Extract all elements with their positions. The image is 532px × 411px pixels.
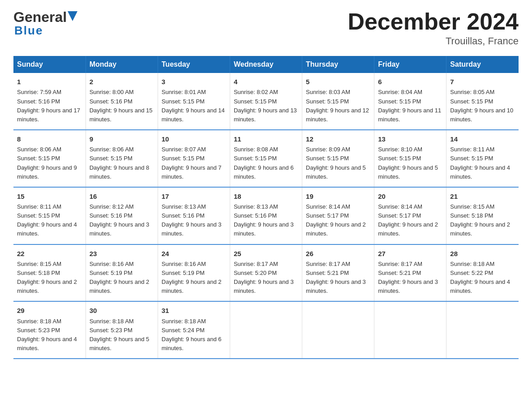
title-area: December 2024 Trouillas, France: [348, 9, 519, 47]
day-info: Sunrise: 8:02 AMSunset: 5:15 PMDaylight:…: [234, 88, 298, 124]
col-wednesday: Wednesday: [230, 56, 302, 73]
col-thursday: Thursday: [302, 56, 374, 73]
calendar-header-row: Sunday Monday Tuesday Wednesday Thursday…: [13, 56, 519, 73]
calendar-cell: 3Sunrise: 8:01 AMSunset: 5:15 PMDaylight…: [158, 73, 230, 130]
day-number: 8: [17, 134, 82, 144]
day-number: 26: [306, 248, 370, 259]
calendar-week-row: 1Sunrise: 7:59 AMSunset: 5:16 PMDaylight…: [13, 73, 519, 130]
day-number: 18: [234, 191, 298, 201]
calendar-cell: 24Sunrise: 8:16 AMSunset: 5:19 PMDayligh…: [158, 244, 230, 302]
calendar-cell: 6Sunrise: 8:04 AMSunset: 5:15 PMDaylight…: [374, 73, 446, 130]
day-info: Sunrise: 8:14 AMSunset: 5:17 PMDaylight:…: [378, 202, 442, 239]
calendar-week-row: 22Sunrise: 8:15 AMSunset: 5:18 PMDayligh…: [13, 244, 519, 302]
location-text: Trouillas, France: [348, 35, 519, 47]
calendar-cell: [302, 301, 374, 359]
page-header: General Blue December 2024 Trouillas, Fr…: [13, 9, 519, 47]
day-number: 19: [306, 191, 370, 201]
calendar-cell: 8Sunrise: 8:06 AMSunset: 5:15 PMDaylight…: [13, 130, 86, 187]
day-number: 28: [450, 248, 515, 259]
day-number: 12: [306, 134, 370, 144]
calendar-week-row: 8Sunrise: 8:06 AMSunset: 5:15 PMDaylight…: [13, 130, 519, 187]
calendar-cell: 27Sunrise: 8:17 AMSunset: 5:21 PMDayligh…: [374, 244, 446, 302]
day-number: 2: [90, 77, 154, 87]
day-info: Sunrise: 8:18 AMSunset: 5:22 PMDaylight:…: [450, 260, 515, 296]
day-info: Sunrise: 8:07 AMSunset: 5:15 PMDaylight:…: [162, 145, 226, 181]
day-info: Sunrise: 8:11 AMSunset: 5:15 PMDaylight:…: [450, 145, 515, 181]
calendar-cell: 17Sunrise: 8:13 AMSunset: 5:16 PMDayligh…: [158, 187, 230, 244]
day-info: Sunrise: 8:16 AMSunset: 5:19 PMDaylight:…: [162, 260, 226, 296]
calendar-cell: 16Sunrise: 8:12 AMSunset: 5:16 PMDayligh…: [86, 187, 158, 244]
col-tuesday: Tuesday: [158, 56, 230, 73]
day-info: Sunrise: 8:18 AMSunset: 5:23 PMDaylight:…: [90, 317, 154, 353]
day-number: 23: [90, 248, 154, 259]
day-info: Sunrise: 8:13 AMSunset: 5:16 PMDaylight:…: [162, 202, 226, 239]
day-number: 9: [90, 134, 154, 144]
calendar-cell: 7Sunrise: 8:05 AMSunset: 5:15 PMDaylight…: [446, 73, 519, 130]
calendar-week-row: 29Sunrise: 8:18 AMSunset: 5:23 PMDayligh…: [13, 301, 519, 359]
calendar-cell: 22Sunrise: 8:15 AMSunset: 5:18 PMDayligh…: [13, 244, 86, 302]
calendar-cell: 31Sunrise: 8:18 AMSunset: 5:24 PMDayligh…: [158, 301, 230, 359]
day-number: 15: [17, 191, 82, 201]
calendar-cell: 25Sunrise: 8:17 AMSunset: 5:20 PMDayligh…: [230, 244, 302, 302]
calendar-cell: 18Sunrise: 8:13 AMSunset: 5:16 PMDayligh…: [230, 187, 302, 244]
day-number: 14: [450, 134, 515, 144]
logo-general-text: General: [13, 9, 67, 26]
day-number: 22: [17, 248, 82, 259]
logo-blue-text: Blue: [14, 24, 43, 37]
day-info: Sunrise: 7:59 AMSunset: 5:16 PMDaylight:…: [17, 88, 82, 124]
day-info: Sunrise: 8:10 AMSunset: 5:15 PMDaylight:…: [378, 145, 442, 181]
calendar-cell: 11Sunrise: 8:08 AMSunset: 5:15 PMDayligh…: [230, 130, 302, 187]
calendar-week-row: 15Sunrise: 8:11 AMSunset: 5:15 PMDayligh…: [13, 187, 519, 244]
day-number: 6: [378, 77, 442, 87]
day-info: Sunrise: 8:11 AMSunset: 5:15 PMDaylight:…: [17, 202, 82, 239]
col-friday: Friday: [374, 56, 446, 73]
day-number: 3: [162, 77, 226, 87]
day-number: 7: [450, 77, 515, 87]
calendar-cell: 21Sunrise: 8:15 AMSunset: 5:18 PMDayligh…: [446, 187, 519, 244]
calendar-cell: 1Sunrise: 7:59 AMSunset: 5:16 PMDaylight…: [13, 73, 86, 130]
day-info: Sunrise: 8:13 AMSunset: 5:16 PMDaylight:…: [234, 202, 298, 239]
calendar-cell: 2Sunrise: 8:00 AMSunset: 5:16 PMDaylight…: [86, 73, 158, 130]
day-info: Sunrise: 8:01 AMSunset: 5:15 PMDaylight:…: [162, 88, 226, 124]
calendar-cell: 12Sunrise: 8:09 AMSunset: 5:15 PMDayligh…: [302, 130, 374, 187]
day-info: Sunrise: 8:06 AMSunset: 5:15 PMDaylight:…: [17, 145, 82, 181]
calendar-cell: 30Sunrise: 8:18 AMSunset: 5:23 PMDayligh…: [86, 301, 158, 359]
calendar-cell: 29Sunrise: 8:18 AMSunset: 5:23 PMDayligh…: [13, 301, 86, 359]
logo: General Blue: [13, 9, 77, 38]
calendar-cell: 28Sunrise: 8:18 AMSunset: 5:22 PMDayligh…: [446, 244, 519, 302]
calendar-cell: [230, 301, 302, 359]
logo-triangle-icon: [68, 11, 77, 21]
day-number: 31: [162, 305, 226, 316]
day-info: Sunrise: 8:17 AMSunset: 5:21 PMDaylight:…: [306, 260, 370, 296]
day-number: 21: [450, 191, 515, 201]
day-info: Sunrise: 8:17 AMSunset: 5:21 PMDaylight:…: [378, 260, 442, 296]
month-title: December 2024: [348, 9, 519, 34]
day-info: Sunrise: 8:14 AMSunset: 5:17 PMDaylight:…: [306, 202, 370, 239]
calendar-cell: 20Sunrise: 8:14 AMSunset: 5:17 PMDayligh…: [374, 187, 446, 244]
calendar-cell: 23Sunrise: 8:16 AMSunset: 5:19 PMDayligh…: [86, 244, 158, 302]
day-number: 20: [378, 191, 442, 201]
day-number: 25: [234, 248, 298, 259]
calendar-cell: 5Sunrise: 8:03 AMSunset: 5:15 PMDaylight…: [302, 73, 374, 130]
day-number: 5: [306, 77, 370, 87]
day-number: 17: [162, 191, 226, 201]
day-info: Sunrise: 8:15 AMSunset: 5:18 PMDaylight:…: [450, 202, 515, 239]
calendar-cell: 4Sunrise: 8:02 AMSunset: 5:15 PMDaylight…: [230, 73, 302, 130]
day-number: 27: [378, 248, 442, 259]
day-info: Sunrise: 8:09 AMSunset: 5:15 PMDaylight:…: [306, 145, 370, 181]
day-info: Sunrise: 8:17 AMSunset: 5:20 PMDaylight:…: [234, 260, 298, 296]
day-number: 24: [162, 248, 226, 259]
day-info: Sunrise: 8:03 AMSunset: 5:15 PMDaylight:…: [306, 88, 370, 124]
calendar-cell: 14Sunrise: 8:11 AMSunset: 5:15 PMDayligh…: [446, 130, 519, 187]
day-number: 30: [90, 305, 154, 316]
col-monday: Monday: [86, 56, 158, 73]
day-info: Sunrise: 8:00 AMSunset: 5:16 PMDaylight:…: [90, 88, 154, 124]
day-number: 10: [162, 134, 226, 144]
calendar-cell: 13Sunrise: 8:10 AMSunset: 5:15 PMDayligh…: [374, 130, 446, 187]
col-sunday: Sunday: [13, 56, 86, 73]
day-number: 29: [17, 305, 82, 316]
svg-marker-0: [68, 11, 77, 21]
calendar-cell: 10Sunrise: 8:07 AMSunset: 5:15 PMDayligh…: [158, 130, 230, 187]
calendar-cell: 9Sunrise: 8:06 AMSunset: 5:15 PMDaylight…: [86, 130, 158, 187]
calendar-cell: 19Sunrise: 8:14 AMSunset: 5:17 PMDayligh…: [302, 187, 374, 244]
